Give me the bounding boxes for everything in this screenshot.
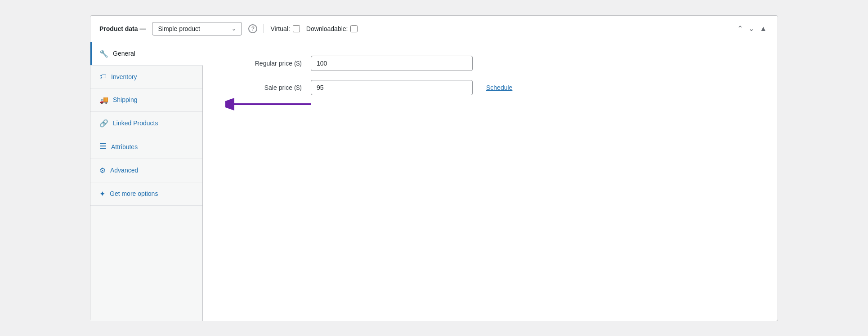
link-icon: 🔗 [99, 119, 108, 128]
sidebar-attributes-label: Attributes [111, 143, 138, 150]
panel-header: Product data — Simple product ⌄ ? Virtua… [90, 16, 778, 42]
sale-price-input[interactable] [311, 80, 473, 95]
product-type-label: Simple product [158, 25, 200, 32]
tag-icon: 🏷 [99, 73, 107, 81]
sidebar: 🔧 General 🏷 Inventory 🚚 Shipping 🔗 Linke… [90, 42, 203, 321]
sidebar-general-label: General [113, 50, 135, 57]
regular-price-label: Regular price ($) [221, 60, 302, 67]
gear-icon: ⚙ [99, 166, 106, 175]
sale-price-row: Sale price ($) Schedule [221, 80, 760, 95]
sidebar-inventory-label: Inventory [111, 73, 137, 80]
sidebar-item-get-more-options[interactable]: ✦ Get more options [90, 182, 202, 206]
sidebar-item-linked-products[interactable]: 🔗 Linked Products [90, 112, 202, 135]
chevron-down-icon: ⌄ [232, 26, 236, 32]
help-icon[interactable]: ? [248, 24, 257, 33]
truck-icon: 🚚 [99, 96, 108, 104]
sidebar-item-shipping[interactable]: 🚚 Shipping [90, 88, 202, 112]
header-divider [264, 24, 264, 33]
sidebar-item-general[interactable]: 🔧 General [90, 42, 203, 66]
collapse-expand-button[interactable]: ▲ [758, 24, 769, 33]
main-content: Regular price ($) Sale price ($) Schedul… [203, 42, 778, 321]
sale-price-label: Sale price ($) [221, 84, 302, 91]
collapse-icons: ⌃ ⌄ ▲ [735, 24, 769, 33]
wrench-icon: 🔧 [99, 49, 108, 58]
sidebar-linked-products-label: Linked Products [113, 119, 158, 127]
svg-rect-0 [100, 143, 106, 144]
product-type-select[interactable]: Simple product ⌄ [152, 22, 242, 35]
regular-price-row: Regular price ($) [221, 56, 760, 71]
downloadable-label: Downloadable: [306, 25, 348, 32]
collapse-up-button[interactable]: ⌃ [735, 24, 745, 33]
sidebar-item-inventory[interactable]: 🏷 Inventory [90, 66, 202, 88]
downloadable-checkbox[interactable] [350, 25, 358, 32]
panel-body: 🔧 General 🏷 Inventory 🚚 Shipping 🔗 Linke… [90, 42, 778, 321]
collapse-down-button[interactable]: ⌄ [747, 24, 756, 33]
sidebar-item-attributes[interactable]: Attributes [90, 135, 202, 159]
star-icon: ✦ [99, 190, 105, 198]
list-icon [99, 142, 107, 151]
product-data-panel: Product data — Simple product ⌄ ? Virtua… [90, 15, 778, 321]
schedule-link[interactable]: Schedule [486, 84, 512, 91]
panel-title: Product data — [99, 25, 146, 32]
virtual-checkbox[interactable] [293, 25, 300, 32]
virtual-checkbox-group: Virtual: [270, 25, 300, 32]
svg-rect-2 [100, 148, 106, 149]
downloadable-checkbox-group: Downloadable: [306, 25, 358, 32]
virtual-label: Virtual: [270, 25, 290, 32]
sidebar-item-advanced[interactable]: ⚙ Advanced [90, 159, 202, 182]
sidebar-shipping-label: Shipping [113, 96, 138, 103]
svg-rect-1 [100, 146, 106, 146]
regular-price-input[interactable] [311, 56, 473, 71]
sidebar-advanced-label: Advanced [110, 167, 138, 174]
sidebar-get-more-options-label: Get more options [110, 190, 158, 197]
